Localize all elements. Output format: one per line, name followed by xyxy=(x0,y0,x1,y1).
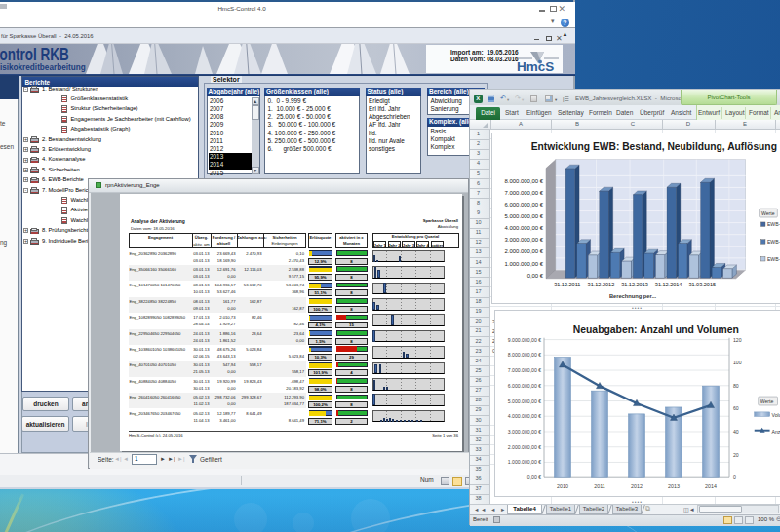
svg-text:8.000.000,00 €: 8.000.000,00 € xyxy=(508,352,541,358)
svg-text:9.000.000,00 €: 9.000.000,00 € xyxy=(508,337,541,343)
svg-text:2013: 2013 xyxy=(668,483,680,489)
svg-text:20: 20 xyxy=(733,452,739,458)
svg-text:31.12.2011: 31.12.2011 xyxy=(554,282,580,287)
svg-text:3.000.000,00 €: 3.000.000,00 € xyxy=(508,429,541,435)
svg-text:Entwicklung EWB: Bestand, Neub: Entwicklung EWB: Bestand, Neubildung, Au… xyxy=(531,141,777,152)
svg-text:Neuabgaben: Anzahl und Volumen: Neuabgaben: Anzahl und Volumen xyxy=(573,324,739,335)
svg-text:EWB-Bes: EWB-Bes xyxy=(767,239,780,245)
svg-text:2.000.000,00 €: 2.000.000,00 € xyxy=(505,248,544,254)
svg-text:31.12.2012: 31.12.2012 xyxy=(588,282,615,287)
svg-text:80: 80 xyxy=(733,383,739,389)
svg-text:0: 0 xyxy=(733,475,736,480)
svg-text:31.03.2015: 31.03.2015 xyxy=(688,282,716,287)
svg-text:8.000.000,00 €: 8.000.000,00 € xyxy=(505,178,544,184)
svg-text:4.000.000,00 €: 4.000.000,00 € xyxy=(505,225,544,231)
svg-text:6.000.000,00 €: 6.000.000,00 € xyxy=(505,202,544,208)
svg-text:Werte: Werte xyxy=(760,399,774,404)
svg-text:HmcS: HmcS xyxy=(517,59,554,74)
svg-text:5.000.000,00 €: 5.000.000,00 € xyxy=(508,399,541,404)
svg-text:EWB-Bes: EWB-Bes xyxy=(767,256,780,262)
svg-text:EWB-Bes: EWB-Bes xyxy=(767,221,780,227)
svg-text:120: 120 xyxy=(733,337,742,343)
svg-text:2012: 2012 xyxy=(631,483,643,489)
svg-text:40: 40 xyxy=(733,429,739,435)
svg-text:60: 60 xyxy=(733,405,739,411)
svg-text:2011: 2011 xyxy=(594,483,604,489)
svg-text:2014: 2014 xyxy=(705,483,717,489)
svg-text:0,00 €: 0,00 € xyxy=(527,273,544,279)
svg-text:1.000.000,00 €: 1.000.000,00 € xyxy=(505,261,544,267)
svg-text:Volum: Volum xyxy=(772,412,780,418)
svg-text:31.12.2013: 31.12.2013 xyxy=(621,282,648,287)
svg-text:0,00 €: 0,00 € xyxy=(527,475,541,480)
svg-text:31.12.2014: 31.12.2014 xyxy=(655,282,682,287)
svg-text:5.000.000,00 €: 5.000.000,00 € xyxy=(505,213,544,219)
svg-text:4.000.000,00 €: 4.000.000,00 € xyxy=(508,413,541,419)
svg-text:3.000.000,00 €: 3.000.000,00 € xyxy=(505,237,544,243)
svg-text:2010: 2010 xyxy=(557,483,568,489)
svg-text:Berechnung per...: Berechnung per... xyxy=(609,293,657,299)
svg-text:2.000.000,00 €: 2.000.000,00 € xyxy=(508,444,541,450)
svg-text:Anzah: Anzah xyxy=(772,429,780,435)
svg-text:7.000.000,00 €: 7.000.000,00 € xyxy=(505,190,544,196)
svg-text:7.000.000,00 €: 7.000.000,00 € xyxy=(508,367,541,373)
svg-text:6.000.000,00 €: 6.000.000,00 € xyxy=(508,383,541,389)
svg-text:1.000.000,00 €: 1.000.000,00 € xyxy=(508,459,541,465)
svg-text:100: 100 xyxy=(733,360,742,365)
svg-text:Werte: Werte xyxy=(761,210,775,216)
